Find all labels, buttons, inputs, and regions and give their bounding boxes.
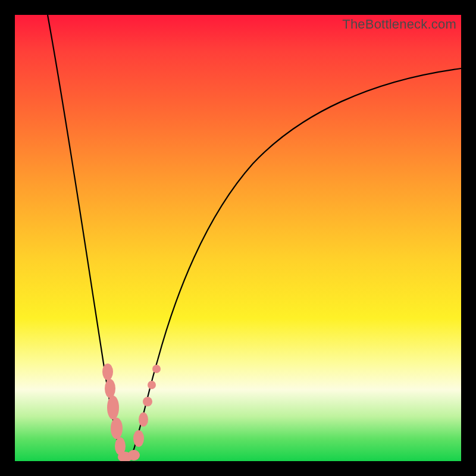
marker-dot — [128, 450, 140, 461]
curve-right-branch — [125, 68, 461, 461]
marker-dot — [133, 430, 144, 447]
marker-dot — [107, 396, 119, 419]
marker-dot — [111, 418, 123, 439]
marker-dot — [105, 379, 115, 398]
plot-area: TheBottleneck.com — [15, 15, 461, 461]
marker-dot — [143, 397, 152, 406]
curves-svg — [15, 15, 461, 461]
marker-dot — [148, 381, 156, 389]
marker-dot — [152, 365, 161, 373]
chart-frame: TheBottleneck.com — [0, 0, 476, 476]
marker-dot — [139, 412, 148, 427]
marker-dot — [102, 364, 113, 380]
